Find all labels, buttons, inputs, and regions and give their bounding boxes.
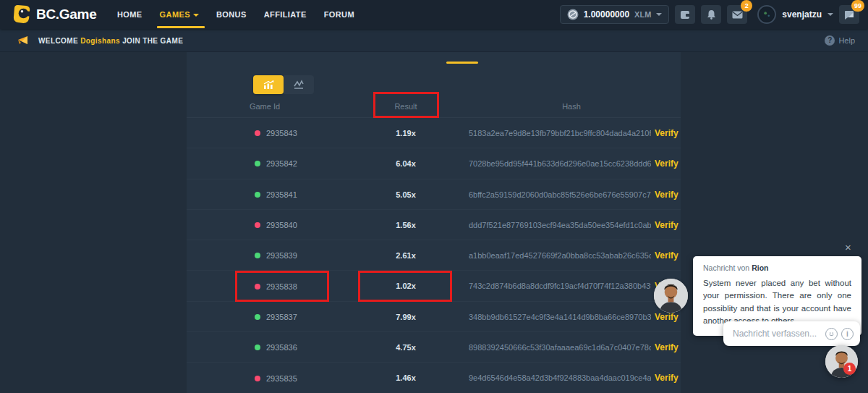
game-status-dot-icon: [255, 222, 260, 228]
chat-bubble-icon: [844, 10, 854, 20]
verify-link[interactable]: Verify: [655, 332, 678, 363]
verify-link[interactable]: Verify: [655, 240, 678, 271]
game-status-dot-icon: [255, 253, 260, 258]
wallet-icon: [680, 10, 691, 20]
table-row: 2935835 1.46x 9e4d6546d4e58a42d3b4f92488…: [187, 363, 681, 393]
game-hash: ddd7f521e87769103ecf94ea35da50ee354efd1c…: [469, 210, 651, 240]
chat-launcher-badge: 1: [843, 363, 856, 375]
game-id-cell: 2935836: [255, 332, 297, 363]
game-result: 2.61x: [355, 240, 456, 271]
view-toggle-results[interactable]: [253, 75, 284, 94]
verify-link[interactable]: Verify: [655, 179, 678, 210]
chat-message-title: Nachricht von Rion: [703, 263, 851, 272]
annotation-box-result-header: [373, 92, 439, 118]
chat-message-input[interactable]: [733, 329, 822, 339]
mail-badge: 2: [741, 0, 752, 12]
notifications-button[interactable]: [701, 5, 721, 24]
game-id-cell: 2935839: [255, 240, 297, 271]
game-hash: 348bb9db61527e4c9f3e4a1414d9b8ba66ce8970…: [469, 302, 651, 332]
site-chat-button[interactable]: 99: [839, 5, 859, 24]
chat-sender-name: Rion: [752, 263, 768, 272]
verify-link[interactable]: Verify: [655, 363, 678, 393]
game-id-cell: 2935840: [255, 210, 297, 240]
view-toggle-trend[interactable]: [284, 75, 314, 94]
annotation-box-game-id-2935838: [235, 271, 329, 302]
balance-currency: XLM: [634, 10, 651, 19]
game-hash: a1bb0eaaf17ed4527669f2a0bba8cc53abab26c6…: [469, 240, 651, 271]
main-nav: HOME GAMES BONUS AFFILIATE FORUM: [117, 0, 354, 29]
game-id-cell: 2935841: [255, 179, 297, 210]
table-row: 2935841 5.05x 6bffc2a59159d2060d0abc85f5…: [187, 179, 681, 210]
game-status-dot-icon: [255, 314, 260, 320]
nav-item-affiliate[interactable]: AFFILIATE: [264, 0, 307, 29]
game-id: 2935836: [266, 343, 297, 352]
game-result: 4.75x: [355, 332, 456, 363]
active-nav-underline: [157, 26, 205, 28]
nav-item-home[interactable]: HOME: [117, 0, 142, 29]
brand-name: BC.Game: [36, 7, 96, 22]
results-table-body: 2935843 1.19x 5183a2ea7e9d8e13fb79bbf21b…: [187, 118, 681, 393]
game-result: 1.56x: [355, 210, 456, 240]
balance-currency-selector[interactable]: 1.00000000 XLM: [560, 5, 670, 24]
game-status-dot-icon: [255, 130, 260, 136]
welcome-username: Dogishans: [80, 37, 120, 45]
bar-chart-icon: [263, 80, 275, 90]
emoji-icon[interactable]: [825, 328, 838, 340]
verify-link[interactable]: Verify: [655, 210, 678, 240]
bell-icon: [707, 9, 716, 20]
column-header-game-id: Game Id: [229, 102, 301, 111]
nav-item-forum[interactable]: FORUM: [324, 0, 354, 29]
game-status-dot-icon: [255, 345, 260, 350]
chat-agent-avatar: [654, 279, 688, 313]
game-status-dot-icon: [255, 192, 260, 198]
game-hash: 5183a2ea7e9d8e13fb79bbf21bc9ffc804dada4a…: [469, 118, 651, 148]
game-id-cell: 2935843: [255, 118, 297, 148]
chat-input-container: i: [723, 321, 860, 346]
verify-link[interactable]: Verify: [655, 118, 678, 148]
welcome-bar: WELCOME Dogishans JOIN THE GAME ? Help: [0, 29, 868, 52]
game-status-dot-icon: [255, 376, 260, 381]
chat-popup-close-icon[interactable]: ×: [845, 242, 851, 253]
nav-item-bonus[interactable]: BONUS: [216, 0, 247, 29]
mail-icon: [732, 11, 743, 19]
table-row: 2935839 2.61x a1bb0eaaf17ed4527669f2a0bb…: [187, 240, 681, 271]
game-result: 1.46x: [355, 363, 456, 393]
nav-item-games[interactable]: GAMES: [160, 0, 199, 29]
game-hash: 9e4d6546d4e58a42d3b4f924883baa4daac019ce…: [469, 363, 651, 393]
help-link[interactable]: ? Help: [825, 29, 855, 52]
game-id: 2935835: [266, 374, 297, 383]
game-id-cell: 2935842: [255, 148, 297, 179]
bcgame-logo-icon: [12, 4, 31, 24]
brand-home-link[interactable]: BC.Game: [12, 4, 96, 24]
column-header-hash: Hash: [521, 102, 622, 111]
user-avatar[interactable]: [757, 5, 776, 24]
balance-amount: 1.00000000: [584, 9, 629, 20]
game-hash: 6bffc2a59159d2060d0abc85f526e6be676e5590…: [469, 179, 651, 210]
game-hash: 7028be95dd95f441b633d6d296e0ae15cc6238dd…: [469, 148, 651, 179]
game-id: 2935840: [266, 221, 297, 229]
table-row: 2935836 4.75x 8988392450666c53f30afaaaea…: [187, 332, 681, 363]
view-toggle-group: [253, 75, 314, 94]
verify-link[interactable]: Verify: [655, 148, 678, 179]
username-label[interactable]: svenjatzu: [782, 9, 822, 20]
tab-indicator: [446, 62, 478, 64]
table-row: 2935840 1.56x ddd7f521e87769103ecf94ea35…: [187, 210, 681, 240]
question-mark-icon: ?: [825, 35, 835, 46]
chevron-down-icon: [193, 14, 199, 17]
welcome-message: WELCOME Dogishans JOIN THE GAME: [38, 37, 183, 45]
line-chart-icon: [293, 80, 305, 90]
game-id: 2935841: [266, 190, 297, 199]
wallet-button[interactable]: [675, 5, 695, 24]
table-row: 2935842 6.04x 7028be95dd95f441b633d6d296…: [187, 148, 681, 179]
info-icon[interactable]: i: [841, 328, 854, 340]
game-id: 2935837: [266, 313, 297, 321]
game-hash: 743c2d874b6d8a8dcdf9fc19acf4d70f74f12a38…: [469, 271, 651, 301]
chevron-down-icon[interactable]: [827, 13, 833, 16]
game-id: 2935842: [266, 159, 297, 168]
chevron-down-icon: [656, 13, 662, 16]
game-id-cell: 2935835: [255, 363, 297, 393]
chat-message-text: System never placed any bet without your…: [703, 277, 851, 327]
top-navbar: BC.Game HOME GAMES BONUS AFFILIATE FORUM…: [0, 0, 868, 29]
messages-button[interactable]: 2: [727, 5, 747, 24]
table-row: 2935837 7.99x 348bb9db61527e4c9f3e4a1414…: [187, 302, 681, 332]
